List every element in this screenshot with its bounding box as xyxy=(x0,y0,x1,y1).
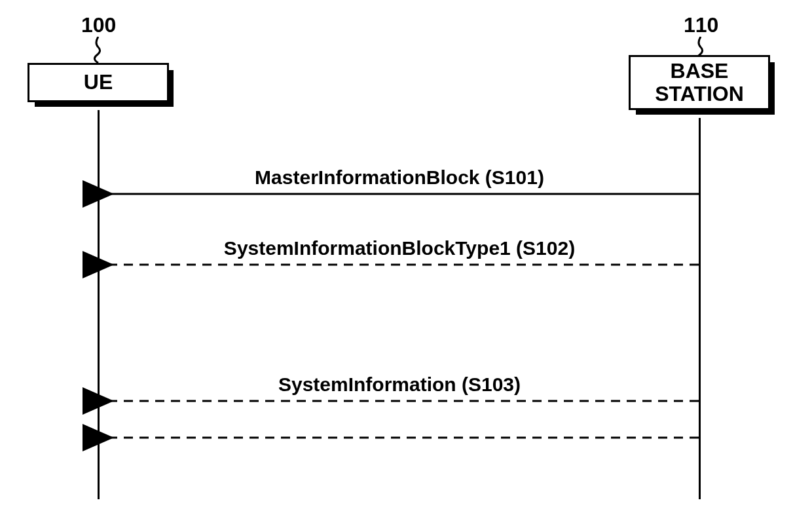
msg2-label: SystemInformationBlockType1 (S102) xyxy=(224,237,575,259)
bs-lifeline xyxy=(699,118,701,499)
ue-lifeline xyxy=(98,110,100,499)
ue-actor-box: UE xyxy=(28,63,169,102)
ue-actor-label: UE xyxy=(84,71,113,94)
bs-actor-label: BASE STATION xyxy=(655,60,744,105)
box-shadow-b xyxy=(35,100,174,107)
ue-lead-squiggle xyxy=(86,37,113,66)
msg1-label: MasterInformationBlock (S101) xyxy=(255,166,544,189)
ue-ref-number: 100 xyxy=(81,13,116,37)
box-shadow-b xyxy=(636,108,775,115)
msg3-label: SystemInformation (S103) xyxy=(278,373,521,396)
bs-actor-box: BASE STATION xyxy=(629,55,770,110)
bs-ref-number: 110 xyxy=(684,13,718,37)
box-shadow-r xyxy=(768,62,775,115)
sequence-diagram: 100 110 UE BASE STATION MasterInformatio… xyxy=(0,0,812,513)
